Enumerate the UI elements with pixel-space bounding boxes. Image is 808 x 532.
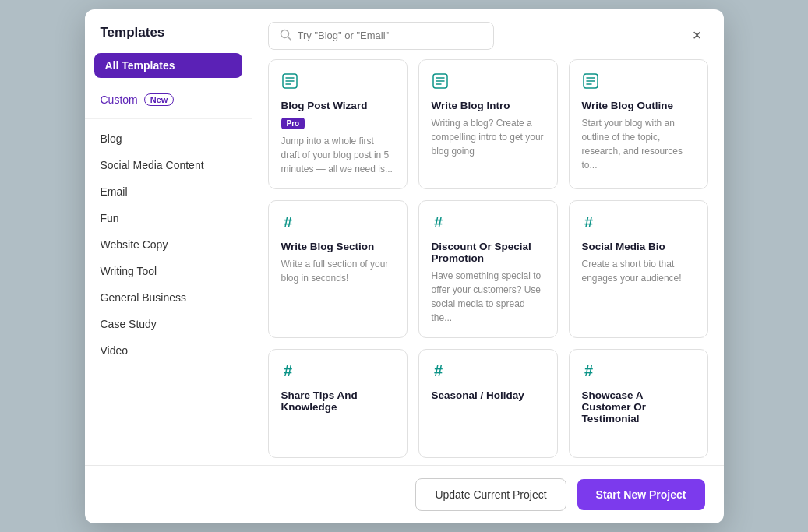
sidebar-item-fun[interactable]: Fun	[85, 205, 252, 231]
cards-grid: Blog Post Wizard Pro Jump into a whole f…	[268, 59, 708, 458]
sidebar-item-blog[interactable]: Blog	[85, 125, 252, 152]
card-write-blog-outline[interactable]: Write Blog Outline Start your blog with …	[569, 59, 708, 189]
card-icon-4: #	[432, 213, 545, 234]
sidebar-item-writing-tool[interactable]: Writing Tool	[85, 258, 252, 284]
card-desc-0: Jump into a whole first draft of your bl…	[281, 134, 394, 176]
card-title-row-6: Share Tips And Knowledge	[281, 389, 394, 413]
card-icon-1	[432, 72, 545, 93]
custom-row[interactable]: Custom New	[85, 87, 252, 112]
svg-text:#: #	[584, 213, 593, 231]
card-title-7: Seasonal / Holiday	[432, 389, 524, 401]
card-icon-3: #	[281, 213, 394, 234]
card-title-row-3: Write Blog Section	[281, 241, 394, 252]
search-wrapper	[268, 22, 494, 50]
search-icon	[280, 29, 291, 43]
card-title-5: Social Media Bio	[582, 241, 665, 252]
card-icon-0	[281, 72, 394, 93]
sidebar-item-general-business[interactable]: General Business	[85, 284, 252, 311]
card-title-0: Blog Post Wizard	[281, 100, 368, 111]
sidebar-divider	[85, 118, 252, 119]
card-social-media-bio[interactable]: # Social Media Bio Create a short bio th…	[569, 200, 708, 338]
card-title-row-1: Write Blog Intro	[432, 100, 545, 111]
card-title-row-8: Showcase A Customer Or Testimonial	[582, 389, 695, 425]
card-showcase-customer[interactable]: # Showcase A Customer Or Testimonial	[569, 349, 708, 458]
sidebar-item-website-copy[interactable]: Website Copy	[85, 231, 252, 258]
svg-text:#: #	[434, 362, 443, 379]
card-icon-8: #	[582, 362, 695, 383]
templates-modal: Templates All Templates Custom New Blog …	[85, 9, 724, 523]
pro-badge-0: Pro	[281, 118, 305, 129]
card-title-3: Write Blog Section	[281, 241, 375, 252]
card-icon-2	[582, 72, 695, 93]
card-share-tips[interactable]: # Share Tips And Knowledge	[268, 349, 408, 458]
card-write-blog-intro[interactable]: Write Blog Intro Writing a blog? Create …	[418, 59, 558, 189]
new-badge: New	[144, 93, 175, 106]
card-icon-6: #	[281, 362, 394, 383]
card-title-row-0: Blog Post Wizard Pro	[281, 100, 394, 129]
svg-text:#: #	[284, 362, 292, 379]
card-desc-4: Have something special to offer your cus…	[432, 269, 545, 325]
card-title-row-2: Write Blog Outline	[582, 100, 695, 111]
card-title-row-5: Social Media Bio	[582, 241, 695, 252]
update-current-project-button[interactable]: Update Current Project	[415, 478, 566, 511]
svg-text:#: #	[434, 213, 443, 231]
card-seasonal-holiday[interactable]: # Seasonal / Holiday	[418, 349, 558, 458]
svg-text:#: #	[584, 362, 593, 379]
all-templates-button[interactable]: All Templates	[94, 53, 242, 78]
card-icon-7: #	[432, 362, 545, 383]
card-desc-2: Start your blog with an outline of the t…	[582, 116, 695, 172]
card-title-4: Discount Or Special Promotion	[432, 241, 545, 264]
sidebar-item-video[interactable]: Video	[85, 337, 252, 364]
card-title-2: Write Blog Outline	[582, 100, 674, 111]
search-input[interactable]	[298, 30, 482, 41]
close-button[interactable]: ×	[686, 23, 708, 48]
card-title-6: Share Tips And Knowledge	[281, 389, 394, 413]
start-new-project-button[interactable]: Start New Project	[577, 479, 705, 510]
sidebar: Templates All Templates Custom New Blog …	[85, 9, 252, 465]
sidebar-item-email[interactable]: Email	[85, 178, 252, 205]
search-bar-row: ×	[252, 9, 724, 59]
main-content: ×	[252, 9, 724, 465]
card-title-1: Write Blog Intro	[432, 100, 510, 111]
cards-area: Blog Post Wizard Pro Jump into a whole f…	[252, 59, 724, 465]
card-icon-5: #	[582, 213, 695, 234]
sidebar-title: Templates	[85, 25, 252, 53]
modal-footer: Update Current Project Start New Project	[85, 465, 724, 523]
card-desc-3: Write a full section of your blog in sec…	[281, 257, 394, 285]
card-desc-5: Create a short bio that engages your aud…	[582, 257, 695, 285]
svg-line-1	[288, 37, 291, 40]
svg-text:#: #	[284, 213, 292, 231]
card-discount-promotion[interactable]: # Discount Or Special Promotion Have som…	[418, 200, 558, 338]
card-blog-post-wizard[interactable]: Blog Post Wizard Pro Jump into a whole f…	[268, 59, 408, 189]
card-title-row-4: Discount Or Special Promotion	[432, 241, 545, 264]
card-title-row-7: Seasonal / Holiday	[432, 389, 545, 401]
card-title-8: Showcase A Customer Or Testimonial	[582, 389, 695, 425]
sidebar-item-social-media[interactable]: Social Media Content	[85, 152, 252, 178]
card-write-blog-section[interactable]: # Write Blog Section Write a full sectio…	[268, 200, 408, 338]
custom-label: Custom	[101, 93, 138, 106]
card-desc-1: Writing a blog? Create a compelling intr…	[432, 116, 545, 158]
sidebar-item-case-study[interactable]: Case Study	[85, 311, 252, 337]
